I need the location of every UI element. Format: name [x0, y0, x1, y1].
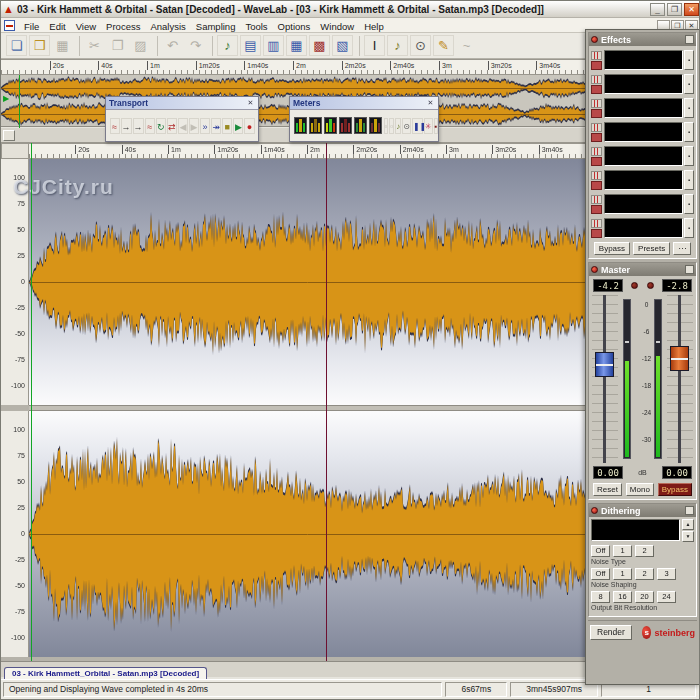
text-cursor-tool-icon[interactable]: I — [364, 35, 385, 56]
play-from-start-button[interactable]: ≈ — [110, 118, 120, 134]
view-layout-2-icon[interactable]: ▥ — [263, 35, 284, 56]
view-layout-4-icon[interactable]: ▩ — [309, 35, 330, 56]
play-to-cursor-button[interactable]: ≈ — [145, 118, 155, 134]
effect-solo-button[interactable] — [591, 133, 602, 142]
playback-cursor-line[interactable] — [326, 143, 327, 661]
right-clip-led-icon[interactable] — [647, 282, 654, 289]
prev-marker-button[interactable]: ◀ — [178, 118, 188, 134]
effects-more-button[interactable]: ⋯ — [673, 242, 691, 255]
main-time-ruler[interactable]: 20s40s1m1m20s1m40s2m2m20s2m40s3m3m20s3m4… — [29, 143, 586, 159]
menu-file[interactable]: File — [19, 20, 44, 33]
view-layout-5-icon[interactable]: ▧ — [332, 35, 353, 56]
meter-option-1-button[interactable]: ▫ — [384, 118, 389, 134]
pencil-tool-icon[interactable]: ✎ — [433, 35, 454, 56]
noise-shaping-option-button[interactable]: 3 — [657, 568, 676, 580]
view-layout-1-icon[interactable]: ▤ — [240, 35, 261, 56]
reset-meters-button[interactable]: ▪ — [434, 118, 439, 134]
effect-option-button[interactable]: ▪ — [684, 98, 694, 118]
output-bits-option-button[interactable]: 20 — [635, 591, 654, 603]
noise-shaping-option-button[interactable]: 2 — [635, 568, 654, 580]
menu-edit[interactable]: Edit — [44, 20, 70, 33]
next-marker-button[interactable]: ▶ — [189, 118, 199, 134]
effect-solo-button[interactable] — [591, 109, 602, 118]
effect-on-button[interactable] — [591, 147, 602, 156]
effect-on-button[interactable] — [591, 123, 602, 132]
zoom-tool-icon[interactable]: ⊙ — [410, 35, 431, 56]
effect-solo-button[interactable] — [591, 181, 602, 190]
document-icon[interactable] — [4, 20, 15, 31]
reset-peaks-button[interactable]: Reset — [593, 483, 622, 496]
spinner-down-icon[interactable]: ▼ — [682, 531, 694, 542]
transport-close-icon[interactable]: ✕ — [246, 99, 255, 107]
level-meter-button[interactable] — [294, 117, 307, 134]
meters-close-icon[interactable]: ✕ — [426, 99, 435, 107]
spinner-up-icon[interactable]: ▲ — [682, 519, 694, 530]
monitor-speaker-icon[interactable]: ♪ — [217, 35, 238, 56]
open-file-icon[interactable]: ❒ — [29, 35, 50, 56]
spectrum-meter-button[interactable] — [324, 117, 337, 134]
effect-option-button[interactable]: ▪ — [684, 122, 694, 142]
effect-solo-button[interactable] — [591, 229, 602, 238]
menu-options[interactable]: Options — [273, 20, 316, 33]
menu-view[interactable]: View — [71, 20, 101, 33]
bypass-button[interactable]: Bypass — [594, 242, 630, 255]
menu-process[interactable]: Process — [101, 20, 145, 33]
master-bypass-button[interactable]: Bypass — [658, 483, 692, 496]
wave-edit-area[interactable]: 1007550250-25-50-75-100 1007550250-25-50… — [1, 159, 586, 661]
wave-scope-button[interactable] — [369, 117, 382, 134]
menu-analysis[interactable]: Analysis — [145, 20, 190, 33]
right-fader[interactable] — [667, 295, 693, 463]
left-clip-led-icon[interactable] — [631, 282, 638, 289]
output-bits-option-button[interactable]: 16 — [613, 591, 632, 603]
loop-button[interactable]: ↻ — [156, 118, 166, 134]
effect-option-button[interactable]: ▪ — [684, 218, 694, 238]
effect-option-button[interactable]: ▪ — [684, 170, 694, 190]
effects-header[interactable]: Effects — [589, 33, 696, 46]
effect-solo-button[interactable] — [591, 85, 602, 94]
stop-button[interactable]: ■ — [222, 118, 232, 134]
left-fader[interactable] — [592, 295, 618, 463]
effect-option-button[interactable]: ▪ — [684, 146, 694, 166]
output-bits-option-button[interactable]: 8 — [591, 591, 610, 603]
effect-solo-button[interactable] — [591, 205, 602, 214]
mono-button[interactable]: Mono — [626, 483, 654, 496]
presets-button[interactable]: Presets — [633, 242, 670, 255]
play-button[interactable]: ▶ — [233, 118, 243, 134]
effect-option-button[interactable]: ▪ — [684, 74, 694, 94]
effect-on-button[interactable] — [591, 99, 602, 108]
fast-forward-button[interactable]: » — [200, 118, 210, 134]
maximize-button[interactable]: ❐ — [667, 3, 682, 16]
noise-type-option-button[interactable]: 2 — [635, 545, 654, 557]
oscilloscope-button[interactable] — [354, 117, 367, 134]
effect-option-button[interactable]: ▪ — [684, 50, 694, 70]
noise-shaping-option-button[interactable]: 1 — [613, 568, 632, 580]
menu-help[interactable]: Help — [359, 20, 389, 33]
master-header[interactable]: Master — [589, 263, 696, 276]
waveform-right-channel[interactable] — [29, 411, 586, 657]
bit-meter-button[interactable] — [339, 117, 352, 134]
amplitude-ruler-right-channel[interactable]: 1007550250-25-50-75-100 — [1, 411, 29, 657]
record-button[interactable]: ● — [244, 118, 254, 134]
effect-solo-button[interactable] — [591, 61, 602, 70]
overview-grip[interactable] — [3, 130, 15, 141]
move-left-button[interactable]: → — [121, 118, 132, 134]
right-fader-handle[interactable] — [670, 346, 689, 371]
freeze-button[interactable]: ✳ — [424, 118, 433, 134]
new-file-icon[interactable]: ❏ — [6, 35, 27, 56]
menu-tools[interactable]: Tools — [240, 20, 272, 33]
effect-solo-button[interactable] — [591, 157, 602, 166]
dithering-collapse-icon[interactable] — [685, 506, 694, 515]
menu-sampling[interactable]: Sampling — [191, 20, 241, 33]
noise-type-option-button[interactable]: Off — [591, 545, 610, 557]
meter-option-2-button[interactable]: ▫ — [389, 118, 394, 134]
effect-on-button[interactable] — [591, 51, 602, 60]
pause-display-button[interactable]: ❚❚ — [412, 118, 423, 134]
output-bits-option-button[interactable]: 24 — [657, 591, 676, 603]
move-right-button[interactable]: → — [133, 118, 144, 134]
magnify-button[interactable]: ⊙ — [402, 118, 411, 134]
effect-option-button[interactable]: ▪ — [684, 194, 694, 214]
view-layout-3-icon[interactable]: ▦ — [286, 35, 307, 56]
menu-window[interactable]: Window — [315, 20, 359, 33]
phase-meter-button[interactable] — [309, 117, 322, 134]
minimize-button[interactable]: _ — [650, 3, 665, 16]
